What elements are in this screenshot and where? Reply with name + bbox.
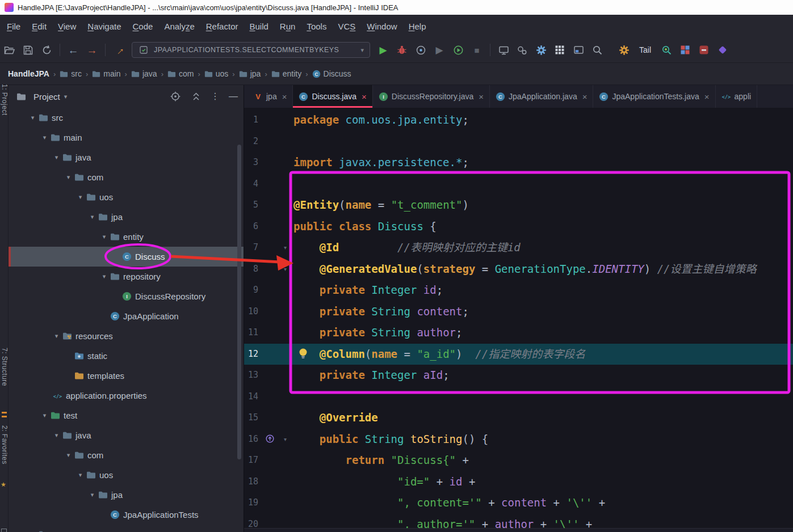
menu-run[interactable]: Run	[274, 19, 301, 33]
expand-chevron-icon[interactable]: ▾	[27, 114, 38, 121]
project-scrollbar[interactable]	[237, 145, 241, 459]
gutter-line-11[interactable]: 11	[244, 322, 293, 344]
tree-item-JpaApplicationTests[interactable]: CJpaApplicationTests	[9, 505, 244, 525]
toolbar-run-icon[interactable]: ▶	[377, 44, 389, 56]
toolbar-search-green-icon[interactable]	[661, 44, 672, 56]
gutter-line-17[interactable]: 17	[244, 450, 293, 471]
toolbar-run-dim-icon[interactable]: ▶	[434, 44, 445, 56]
menu-code[interactable]: Code	[127, 19, 159, 33]
tree-item-jpa[interactable]: ▾jpa	[9, 207, 244, 227]
gutter-line-14[interactable]: 14	[244, 386, 293, 408]
breadcrumb-entity[interactable]: entity	[271, 69, 301, 78]
breadcrumb-main[interactable]: main	[92, 69, 120, 78]
tail-widget[interactable]: Tail	[639, 45, 651, 54]
toolbar-gears-icon[interactable]	[517, 44, 528, 56]
breadcrumb-java[interactable]: java	[131, 69, 157, 78]
code-line-10[interactable]: 10 private String content;	[244, 301, 793, 323]
toolbar-blocks-icon[interactable]	[679, 44, 691, 56]
breadcrumb-com[interactable]: com	[167, 69, 194, 78]
toolbar-gear-orange-icon[interactable]	[618, 44, 630, 56]
toolbar-purple-badge-icon[interactable]	[717, 44, 728, 56]
expand-chevron-icon[interactable]: ▾	[87, 213, 98, 221]
code-editor[interactable]: 1package com.uos.jpa.entity;23import jav…	[244, 108, 793, 532]
menu-help[interactable]: Help	[403, 19, 432, 33]
code-line-14[interactable]: 14	[244, 386, 793, 408]
menu-build[interactable]: Build	[244, 19, 274, 33]
toolbar-sync-icon[interactable]	[41, 44, 52, 56]
menu-tools[interactable]: Tools	[301, 19, 332, 33]
tool-button-clipped-icon[interactable]	[1, 529, 7, 532]
expand-chevron-icon[interactable]: ▾	[51, 432, 62, 439]
panel-options-icon[interactable]: ⋮	[211, 92, 220, 101]
tree-item-com[interactable]: ▾com	[9, 167, 244, 187]
gutter-line-5[interactable]: 5	[244, 195, 293, 216]
menu-window[interactable]: Window	[361, 19, 402, 33]
tab-discuss-java[interactable]: CDiscuss.java×	[293, 85, 372, 108]
menu-edit[interactable]: Edit	[26, 19, 52, 33]
code-line-4[interactable]: 4	[244, 174, 793, 195]
gutter-line-18[interactable]: 18	[244, 471, 293, 493]
toolbar-open-icon[interactable]	[3, 44, 15, 56]
gutter-line-9[interactable]: 9	[244, 280, 293, 301]
tree-item-jpa[interactable]: ▾jpa	[9, 485, 244, 505]
menu-analyze[interactable]: Analyze	[158, 19, 200, 33]
tree-item-test[interactable]: ▾test	[9, 406, 244, 425]
close-tab-icon[interactable]: ×	[479, 92, 484, 102]
toolbar-capture-icon[interactable]	[498, 44, 509, 56]
expand-chevron-icon[interactable]: ▾	[63, 451, 74, 459]
close-tab-icon[interactable]: ×	[704, 92, 710, 102]
tree-item-uos[interactable]: ▾uos	[9, 187, 244, 207]
menu-vcs[interactable]: VCS	[332, 19, 361, 33]
code-line-15[interactable]: 15 @Override	[244, 407, 793, 429]
toolbar-stop-icon[interactable]: ■	[471, 44, 482, 56]
breadcrumb-src[interactable]: src	[60, 69, 82, 78]
tree-item-static[interactable]: static	[9, 346, 244, 366]
toolbar-coverage-icon[interactable]	[415, 44, 426, 56]
close-tab-icon[interactable]: ×	[362, 92, 367, 102]
menu-file[interactable]: File	[1, 19, 26, 33]
code-line-19[interactable]: 19 ", content='" + content + '\'' +	[244, 492, 793, 514]
toolbar-back-icon[interactable]: ←	[68, 44, 79, 56]
intention-bulb-icon[interactable]	[297, 347, 309, 362]
tree-item-templates[interactable]: templates	[9, 366, 244, 386]
expand-chevron-icon[interactable]: ▾	[39, 412, 50, 419]
tree-item-application.properties[interactable]: </>application.properties	[9, 386, 244, 406]
toolbar-debug-icon[interactable]	[396, 44, 408, 56]
expand-chevron-icon[interactable]: ▾	[99, 273, 110, 280]
chevron-down-icon[interactable]: ▾	[64, 93, 68, 100]
fold-icon[interactable]: ▾	[284, 259, 287, 280]
code-line-9[interactable]: 9 private Integer id;	[244, 280, 793, 301]
gutter-line-13[interactable]: 13	[244, 365, 293, 386]
expand-chevron-icon[interactable]: ▾	[51, 154, 62, 161]
tree-item-DiscussRepository[interactable]: IDiscussRepository	[9, 286, 244, 306]
breadcrumb-jpa[interactable]: jpa	[239, 69, 261, 78]
toolbar-window-tool-icon[interactable]	[573, 44, 584, 56]
toolbar-save-icon[interactable]	[22, 44, 33, 56]
gutter-line-16[interactable]: 16▾	[244, 429, 293, 450]
menu-refactor[interactable]: Refactor	[200, 19, 244, 33]
tree-item-repository[interactable]: ▾repository	[9, 267, 244, 286]
breadcrumb-discuss[interactable]: CDiscuss	[312, 69, 351, 78]
tree-item-java[interactable]: ▾java	[9, 147, 244, 167]
gutter-line-10[interactable]: 10	[244, 301, 293, 323]
code-line-8[interactable]: 8▾ @GeneratedValue(strategy = Generation…	[244, 259, 793, 280]
tab-jpa[interactable]: Vjpa×	[247, 85, 293, 108]
breadcrumb-handlejpa[interactable]: HandleJPA	[8, 69, 49, 78]
tool-button-structure[interactable]: 7: Structure	[0, 348, 9, 386]
tree-item-entity[interactable]: ▾entity	[9, 227, 244, 247]
tree-item-main[interactable]: ▾main	[9, 128, 244, 147]
code-line-5[interactable]: 5@Entity(name = "t_comment")	[244, 195, 793, 216]
tool-button-project[interactable]: 1: Project	[0, 84, 9, 116]
tool-button-favorites[interactable]: 2: Favorites	[0, 425, 9, 465]
expand-chevron-icon[interactable]: ▾	[75, 471, 86, 479]
toolbar-red-badge-icon[interactable]	[698, 44, 710, 56]
project-panel-title[interactable]: Project	[33, 92, 60, 102]
menu-navigate[interactable]: Navigate	[82, 19, 127, 33]
override-gutter-icon[interactable]	[266, 434, 274, 445]
toolbar-grid-icon[interactable]	[554, 44, 565, 56]
expand-chevron-icon[interactable]: ▾	[75, 193, 86, 201]
code-line-2[interactable]: 2	[244, 131, 793, 153]
gutter-line-19[interactable]: 19	[244, 492, 293, 514]
fold-icon[interactable]: ▾	[284, 429, 287, 450]
tree-item-java[interactable]: ▾java	[9, 425, 244, 445]
